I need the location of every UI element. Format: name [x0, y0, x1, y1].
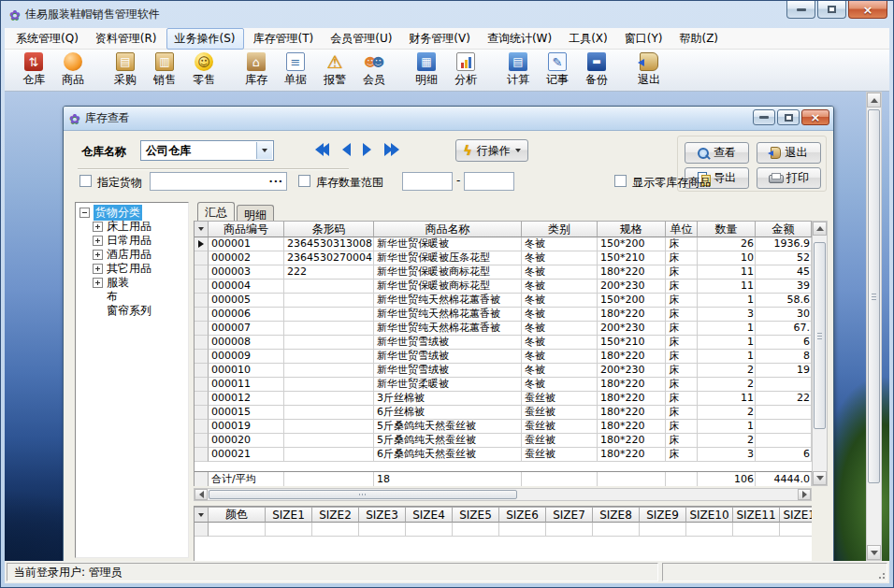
size-column-header-12[interactable]: SIZE11 — [733, 507, 780, 523]
toolbar-analysis-button[interactable]: 分析 — [446, 52, 485, 88]
toolbar-detail-button[interactable]: ▦明细 — [407, 52, 446, 88]
column-header-3[interactable]: 商品名称 — [374, 221, 522, 237]
table-row[interactable]: 0000205斤桑鸽纯天然蚕丝被蚕丝被180*220床2 — [195, 434, 812, 448]
column-header-2[interactable]: 条形码 — [284, 221, 374, 237]
expand-box-icon[interactable] — [93, 250, 103, 260]
menu-item-7[interactable]: 查询统计(W) — [480, 29, 559, 49]
column-header-8[interactable]: 金额 — [756, 221, 812, 237]
scroll-down-button[interactable] — [867, 545, 881, 560]
size-column-header-8[interactable]: SIZE7 — [546, 507, 593, 523]
expand-box-icon[interactable] — [93, 236, 103, 246]
table-row[interactable]: 0000022364530270004新华世贸保暖被压条花型冬被150*210床… — [195, 251, 812, 265]
size-column-header-4[interactable]: SIZE3 — [359, 507, 406, 523]
collapse-box-icon[interactable] — [79, 208, 90, 218]
row-action-button[interactable]: ϟ 行操作 — [455, 139, 528, 162]
grid-scroll-down-button[interactable] — [813, 471, 827, 485]
size-column-header-2[interactable]: SIZE1 — [266, 507, 312, 523]
tree-item-2[interactable]: 日常用品 — [93, 234, 188, 248]
grid-scroll-right-button[interactable] — [798, 489, 811, 500]
table-row[interactable]: 0000123斤丝棉被蚕丝被180*220床1122 — [195, 392, 812, 406]
table-row[interactable]: 0000195斤桑鸽纯天然蚕丝被蚕丝被180*220床1 — [195, 420, 812, 434]
column-header-1[interactable]: 商品编号 — [209, 221, 284, 237]
tab-detail[interactable]: 明细 — [237, 205, 274, 221]
toolbar-goods-button[interactable]: 商品 — [53, 52, 93, 88]
toolbar-sales-button[interactable]: ▥销售 — [145, 52, 184, 88]
scroll-up-button[interactable] — [867, 93, 881, 108]
grid-horizontal-scrollbar[interactable] — [194, 488, 812, 501]
size-column-header-1[interactable]: 颜色 — [209, 507, 266, 523]
menu-item-8[interactable]: 工具(X) — [561, 29, 615, 49]
inventory-restore-button[interactable] — [777, 109, 800, 125]
qty-max-input[interactable] — [464, 172, 514, 191]
inventory-close-button[interactable]: × — [801, 109, 829, 125]
grid-scroll-up-button[interactable] — [813, 222, 827, 236]
size-column-header-9[interactable]: SIZE8 — [593, 507, 640, 523]
grid-hscrollbar-thumb[interactable] — [209, 490, 517, 499]
toolbar-backup-button[interactable]: ▬备份 — [577, 52, 616, 88]
menu-item-6[interactable]: 财务管理(V) — [401, 29, 478, 49]
size-column-header-7[interactable]: SIZE6 — [499, 507, 546, 523]
toolbar-alarm-button[interactable]: ⚠报警 — [315, 52, 354, 88]
tab-summary[interactable]: 汇总 — [197, 202, 235, 221]
tree-item-3[interactable]: 酒店用品 — [93, 248, 188, 262]
minimize-button[interactable] — [786, 1, 815, 19]
expand-box-icon[interactable] — [93, 264, 103, 274]
goods-input[interactable]: ··· — [150, 172, 287, 191]
expand-box-icon[interactable] — [93, 278, 103, 288]
table-row[interactable]: 000008新华世贸雪绒被冬被150*210床16 — [195, 336, 812, 350]
toolbar-exit-button[interactable]: 退出 — [629, 52, 669, 88]
table-row[interactable]: 000011新华世贸柔暖被冬被180*220床2 — [195, 378, 812, 392]
column-header-6[interactable]: 单位 — [666, 221, 698, 237]
qty-range-checkbox[interactable] — [298, 175, 310, 187]
scrollbar-thumb[interactable] — [868, 109, 880, 483]
toolbar-notes-button[interactable]: ✎记事 — [538, 52, 577, 88]
size-column-header-10[interactable]: SIZE9 — [640, 507, 686, 523]
toolbar-members-button[interactable]: ☻☻会员 — [354, 52, 394, 88]
menu-item-3[interactable]: 业务操作(S) — [166, 28, 244, 50]
first-record-button[interactable] — [314, 143, 329, 156]
toolbar-calc-button[interactable]: ▤计算 — [498, 52, 538, 88]
table-row[interactable]: 0000156斤丝棉被蚕丝被180*220床2 — [195, 406, 812, 420]
toolbar-purchase-button[interactable]: ▤采购 — [106, 52, 145, 88]
toolbar-inventory-button[interactable]: ⌂库存 — [237, 52, 276, 88]
table-row[interactable]: 000009新华世贸雪绒被冬被180*220床18 — [195, 350, 812, 364]
resize-grip[interactable] — [876, 570, 886, 580]
specify-goods-checkbox[interactable] — [79, 175, 92, 187]
browse-ellipsis-button[interactable]: ··· — [268, 176, 283, 188]
menu-item-1[interactable]: 系统管理(Q) — [8, 29, 86, 49]
tree-item-7[interactable]: 窗帘系列 — [107, 304, 188, 318]
column-header-4[interactable]: 类别 — [522, 221, 598, 237]
next-record-button[interactable] — [363, 143, 372, 156]
size-column-header-11[interactable]: SIZE10 — [686, 507, 733, 523]
grid-vertical-scrollbar[interactable] — [812, 221, 828, 486]
tree-item-4[interactable]: 其它用品 — [93, 262, 188, 276]
size-column-header-5[interactable]: SIZE4 — [406, 507, 453, 523]
menu-item-4[interactable]: 库存管理(T) — [246, 29, 322, 49]
warehouse-combobox[interactable]: 公司仓库 — [140, 140, 274, 161]
inventory-minimize-button[interactable] — [753, 109, 775, 125]
menu-item-2[interactable]: 资料管理(R) — [88, 29, 165, 49]
grid-scrollbar-thumb[interactable] — [814, 242, 826, 429]
combobox-dropdown-button[interactable] — [256, 142, 272, 159]
size-column-header-3[interactable]: SIZE2 — [312, 507, 359, 523]
toolbar-bills-button[interactable]: ≡单据 — [276, 52, 315, 88]
qty-min-input[interactable] — [402, 172, 453, 191]
size-column-header-13[interactable]: SIZE12 — [780, 507, 812, 523]
column-header-7[interactable]: 数量 — [698, 221, 756, 237]
last-record-button[interactable] — [384, 143, 400, 156]
restore-button[interactable] — [817, 1, 846, 19]
toolbar-warehouse-button[interactable]: ⇅仓库 — [14, 52, 53, 88]
column-header-5[interactable]: 规格 — [598, 221, 666, 237]
table-row[interactable]: 000003222新华世贸保暖被商标花型冬被180*220床1145 — [195, 265, 812, 280]
tree-item-1[interactable]: 床上用品 — [93, 220, 188, 234]
menu-item-9[interactable]: 窗口(Y) — [617, 29, 670, 49]
table-row[interactable]: 000007新华世贸纯天然棉花蕙香被冬被200*230床167. — [195, 322, 812, 336]
table-row[interactable]: 000004新华世贸保暖被商标花型冬被200*230床1139 — [195, 280, 812, 294]
tree-item-6[interactable]: 布 — [107, 290, 188, 304]
toolbar-retail-button[interactable]: ☺零售 — [184, 52, 224, 88]
table-row[interactable]: 000005新华世贸纯天然棉花蕙香被冬被150*200床158.6 — [195, 294, 812, 308]
menu-item-10[interactable]: 帮助(Z) — [671, 29, 726, 49]
table-row[interactable]: 0000012364530313008新华世贸保暖被冬被150*200床2619… — [195, 237, 812, 251]
table-row[interactable]: 000010新华世贸雪绒被冬被200*230床219 — [195, 364, 812, 378]
tree-root-item[interactable]: 货物分类 — [79, 206, 188, 220]
